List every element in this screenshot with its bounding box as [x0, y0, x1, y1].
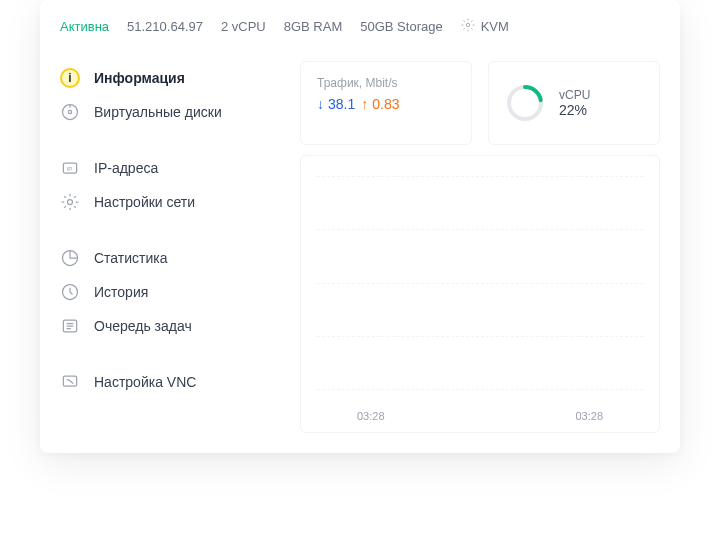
sidebar-item-information[interactable]: i Информация: [60, 61, 300, 95]
stat-row: Трафик, Mbit/s ↓ 38.1 ↑ 0.83: [300, 61, 660, 145]
header-cpu: 2 vCPU: [221, 19, 266, 34]
sidebar-item-label: IP-адреса: [94, 160, 158, 176]
x-tick: 03:28: [357, 410, 385, 422]
header-storage: 50GB Storage: [360, 19, 442, 34]
traffic-label: Трафик, Mbit/s: [317, 76, 455, 90]
sidebar-item-queue[interactable]: Очередь задач: [60, 309, 300, 343]
header-virt-wrap: KVM: [461, 18, 509, 35]
vm-panel-card: Активна 51.210.64.97 2 vCPU 8GB RAM 50GB…: [40, 0, 680, 453]
x-tick: 03:28: [575, 410, 603, 422]
sidebar-item-label: Настройки сети: [94, 194, 195, 210]
traffic-values: ↓ 38.1 ↑ 0.83: [317, 96, 455, 112]
upload-arrow-icon: ↑: [361, 96, 368, 112]
stats-icon: [60, 248, 80, 268]
svg-point-2: [68, 110, 71, 113]
cpu-text: vCPU 22%: [559, 88, 590, 118]
nav-group-1: i Информация Виртуальные диски: [60, 61, 300, 129]
nav-group-4: Настройка VNC: [60, 365, 300, 399]
nav-group-2: IP IP-адреса Настройки сети: [60, 151, 300, 219]
traffic-up-value: 0.83: [372, 96, 399, 112]
header-virt: KVM: [481, 19, 509, 34]
sidebar-item-label: Очередь задач: [94, 318, 192, 334]
sidebar-item-vnc[interactable]: Настройка VNC: [60, 365, 300, 399]
svg-point-5: [68, 200, 73, 205]
info-icon: i: [60, 68, 80, 88]
chart-area: 03:28 03:28: [300, 155, 660, 433]
kvm-icon: [461, 18, 475, 35]
grid-line: [317, 389, 643, 390]
sidebar: i Информация Виртуальные диски IP IP-ад: [40, 49, 300, 433]
sidebar-item-label: Информация: [94, 70, 185, 86]
panel-body: i Информация Виртуальные диски IP IP-ад: [40, 49, 680, 453]
sidebar-item-stats[interactable]: Статистика: [60, 241, 300, 275]
nav-group-3: Статистика История Очередь задач: [60, 241, 300, 343]
sidebar-item-label: Виртуальные диски: [94, 104, 222, 120]
grid-line: [317, 176, 643, 177]
traffic-down-value: 38.1: [328, 96, 355, 112]
grid-line: [317, 336, 643, 337]
vm-header: Активна 51.210.64.97 2 vCPU 8GB RAM 50GB…: [40, 0, 680, 49]
network-icon: [60, 192, 80, 212]
history-icon: [60, 282, 80, 302]
sidebar-item-label: История: [94, 284, 148, 300]
queue-icon: [60, 316, 80, 336]
traffic-card: Трафик, Mbit/s ↓ 38.1 ↑ 0.83: [300, 61, 472, 145]
sidebar-item-label: Настройка VNC: [94, 374, 196, 390]
svg-text:IP: IP: [67, 166, 73, 172]
cpu-ring-icon: [505, 83, 545, 123]
grid-line: [317, 229, 643, 230]
sidebar-item-label: Статистика: [94, 250, 168, 266]
cpu-label: vCPU: [559, 88, 590, 102]
cpu-percent: 22%: [559, 102, 590, 118]
cpu-card: vCPU 22%: [488, 61, 660, 145]
sidebar-item-network[interactable]: Настройки сети: [60, 185, 300, 219]
disk-icon: [60, 102, 80, 122]
chart-x-axis: 03:28 03:28: [317, 410, 643, 422]
status-badge: Активна: [60, 19, 109, 34]
main-content: Трафик, Mbit/s ↓ 38.1 ↑ 0.83: [300, 49, 680, 433]
download-arrow-icon: ↓: [317, 96, 324, 112]
svg-point-0: [466, 23, 470, 27]
sidebar-item-ip[interactable]: IP IP-адреса: [60, 151, 300, 185]
chart-grid: [317, 166, 643, 410]
sidebar-item-history[interactable]: История: [60, 275, 300, 309]
sidebar-item-disks[interactable]: Виртуальные диски: [60, 95, 300, 129]
grid-line: [317, 283, 643, 284]
header-ram: 8GB RAM: [284, 19, 343, 34]
header-ip: 51.210.64.97: [127, 19, 203, 34]
ip-icon: IP: [60, 158, 80, 178]
vnc-icon: [60, 372, 80, 392]
